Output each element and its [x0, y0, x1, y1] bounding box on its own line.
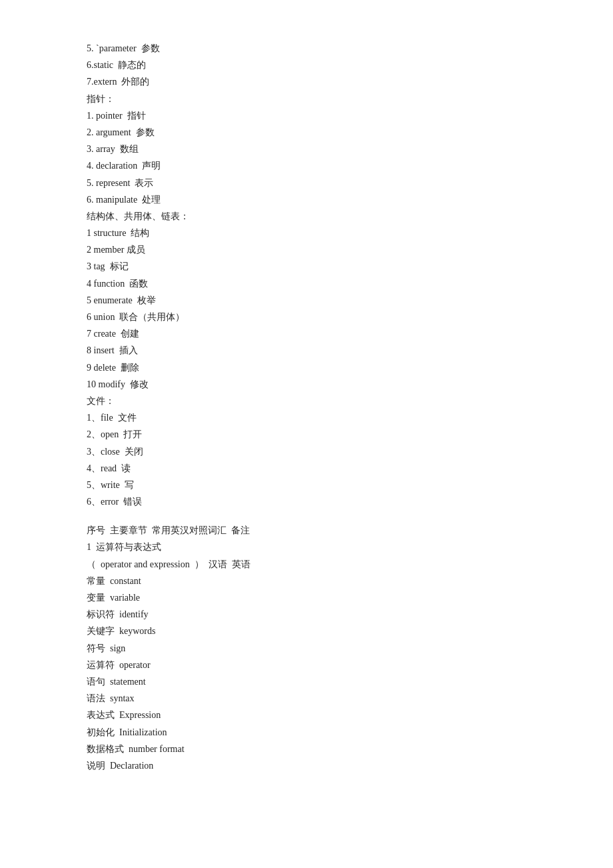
- list-item: 1 structure 结构: [87, 225, 526, 241]
- table-row: 常量 constant: [87, 573, 526, 589]
- list-item: 2. argument 参数: [87, 124, 526, 141]
- list-item: 7.extern 外部的: [87, 73, 526, 90]
- table-row: 表达式 Expression: [87, 707, 526, 723]
- list-item: 8 insert 插入: [87, 342, 526, 359]
- list-item: 6.static 静态的: [87, 57, 526, 73]
- list-item: 3. array 数组: [87, 141, 526, 157]
- list-item: 5. `parameter 参数: [87, 40, 526, 57]
- table-row: 序号 主要章节 常用英汉对照词汇 备注: [87, 522, 526, 539]
- list-item: 3 tag 标记: [87, 258, 526, 275]
- list-item: 6. manipulate 处理: [87, 191, 526, 208]
- table-row: 数据格式 number format: [87, 741, 526, 757]
- list-item: 4、read 读: [87, 460, 526, 477]
- vocabulary-list: 5. `parameter 参数6.static 静态的7.extern 外部的…: [87, 40, 526, 510]
- list-item: 2、open 打开: [87, 426, 526, 443]
- table-row: （ operator and expression ） 汉语 英语: [87, 556, 526, 573]
- table-row: 1 运算符与表达式: [87, 539, 526, 555]
- list-item: 3、close 关闭: [87, 443, 526, 460]
- table-row: 符号 sign: [87, 640, 526, 657]
- table-row: 说明 Declaration: [87, 757, 526, 774]
- list-item: 10 modify 修改: [87, 376, 526, 393]
- main-content: 5. `parameter 参数6.static 静态的7.extern 外部的…: [87, 40, 526, 774]
- table-row: 关键字 keywords: [87, 623, 526, 639]
- table-row: 变量 variable: [87, 589, 526, 606]
- table-row: 语法 syntax: [87, 690, 526, 707]
- list-item: 指针：: [87, 91, 526, 107]
- table-section: 序号 主要章节 常用英汉对照词汇 备注1 运算符与表达式（ operator a…: [87, 522, 526, 774]
- list-item: 5. represent 表示: [87, 175, 526, 191]
- list-item: 9 delete 删除: [87, 359, 526, 376]
- spacer: [87, 510, 526, 522]
- table-row: 语句 statement: [87, 673, 526, 690]
- list-item: 6 union 联合（共用体）: [87, 309, 526, 325]
- list-item: 4. declaration 声明: [87, 157, 526, 174]
- list-item: 5、write 写: [87, 477, 526, 493]
- list-item: 5 enumerate 枚举: [87, 292, 526, 309]
- list-item: 结构体、共用体、链表：: [87, 208, 526, 225]
- list-item: 6、error 错误: [87, 493, 526, 510]
- list-item: 1. pointer 指针: [87, 107, 526, 124]
- table-row: 初始化 Initialization: [87, 724, 526, 741]
- list-item: 4 function 函数: [87, 275, 526, 292]
- table-row: 标识符 identify: [87, 606, 526, 623]
- table-row: 运算符 operator: [87, 657, 526, 673]
- list-item: 文件：: [87, 393, 526, 409]
- list-item: 2 member 成员: [87, 241, 526, 258]
- list-item: 1、file 文件: [87, 409, 526, 426]
- list-item: 7 create 创建: [87, 325, 526, 342]
